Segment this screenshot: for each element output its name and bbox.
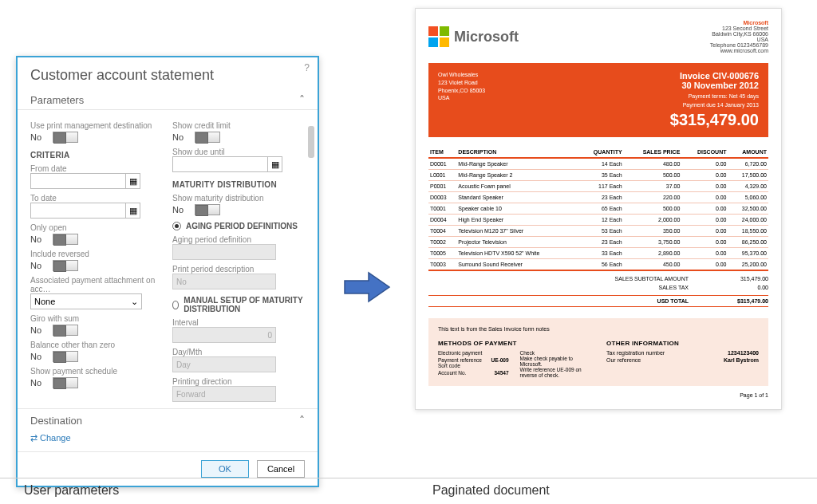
table-row: T0001Speaker cable 1065 Each500.000.0032…: [428, 203, 768, 215]
show-due-until-input[interactable]: [172, 156, 268, 172]
ok-button[interactable]: OK: [201, 460, 249, 478]
aging-period-radio[interactable]: AGING PERIOD DEFINITIONS: [172, 222, 305, 230]
to-date-label: To date: [30, 194, 163, 203]
chevron-down-icon: ⌄: [131, 297, 138, 307]
parameters-section-header[interactable]: Parameters ˄: [18, 90, 318, 110]
to-date-input[interactable]: [30, 203, 126, 219]
print-dir-input: Forward: [172, 386, 276, 402]
invoice-document: Microsoft Microsoft 123 Second Street Ba…: [415, 8, 782, 410]
aging-period-input: [172, 244, 276, 260]
invoice-summary: SALES SUBTOTAL AMOUNT315,479.00 SALES TA…: [428, 274, 768, 307]
company-info: Microsoft 123 Second Street Baldwin City…: [710, 20, 768, 53]
table-row: T0005Television HDTV X590 52" White33 Ea…: [428, 248, 768, 259]
chevron-up-icon: ˄: [299, 93, 305, 106]
dialog-title: Customer account statement: [18, 57, 318, 90]
show-credit-toggle[interactable]: [195, 132, 220, 143]
change-link[interactable]: ⇄ Change: [18, 431, 318, 451]
calendar-icon[interactable]: ▦: [126, 173, 140, 189]
microsoft-logo: Microsoft: [428, 20, 519, 53]
help-icon[interactable]: ?: [304, 62, 310, 73]
scrollbar[interactable]: [308, 126, 314, 158]
criteria-heading: CRITERIA: [30, 151, 163, 159]
table-row: T0002Projector Television23 Each3,750.00…: [428, 237, 768, 248]
caption-left: User parameters: [0, 478, 408, 502]
assoc-payment-select[interactable]: None⌄: [30, 293, 142, 309]
caption-right: Paginated document: [408, 478, 817, 502]
print-period-input: No: [172, 274, 276, 289]
interval-input: 0: [172, 327, 276, 343]
destination-section-header[interactable]: Destination ˄: [18, 408, 318, 431]
invoice-banner: Owl Wholesales 123 Violet Road Phoenix,C…: [428, 63, 768, 137]
giro-sum-toggle[interactable]: [53, 325, 78, 336]
table-row: D0004High End Speaker12 Each2,000.000.00…: [428, 215, 768, 226]
page-number: Page 1 of 1: [428, 392, 768, 398]
table-row: T0004Television M120 37" Silver53 Each35…: [428, 226, 768, 237]
from-date-input[interactable]: [30, 173, 126, 189]
calendar-icon[interactable]: ▦: [126, 203, 140, 219]
radio-icon: [172, 222, 181, 230]
table-row: L0001Mid-Range Speaker 235 Each500.000.0…: [428, 170, 768, 181]
use-print-mgmt-label: Use print management destination: [30, 121, 163, 130]
invoice-footer: This text is from the Sales Invoice form…: [428, 318, 768, 386]
caption-bar: User parameters Paginated document: [0, 478, 817, 502]
table-row: T0003Surround Sound Receiver56 Each450.0…: [428, 259, 768, 271]
day-mth-input: Day: [172, 356, 276, 372]
use-print-mgmt-toggle[interactable]: [53, 132, 78, 143]
table-row: D0003Standard Speaker23 Each220.000.005,…: [428, 192, 768, 203]
table-row: P0001Acoustic Foam panel117 Each37.000.0…: [428, 181, 768, 192]
balance-other-toggle[interactable]: [53, 351, 78, 362]
customer-statement-dialog: ? Customer account statement Parameters …: [16, 56, 319, 487]
cancel-button[interactable]: Cancel: [257, 460, 305, 478]
from-date-label: From date: [30, 164, 163, 173]
manual-setup-radio[interactable]: MANUAL SETUP OF MATURITY DISTRIBUTION: [172, 296, 305, 313]
table-row: D0001Mid-Range Speaker14 Each480.000.006…: [428, 158, 768, 170]
arrow-right-icon: [343, 271, 391, 305]
logo-icon: [428, 26, 449, 47]
show-pay-sched-toggle[interactable]: [53, 377, 78, 388]
chevron-up-icon: ˄: [299, 414, 305, 427]
radio-icon: [172, 301, 179, 309]
show-maturity-toggle[interactable]: [195, 204, 220, 215]
include-reversed-toggle[interactable]: [53, 260, 78, 271]
invoice-items-table: ITEM DESCRIPTION QUANTITY SALES PRICE DI…: [428, 147, 768, 271]
only-open-toggle[interactable]: [53, 234, 78, 245]
calendar-icon[interactable]: ▦: [268, 156, 282, 172]
